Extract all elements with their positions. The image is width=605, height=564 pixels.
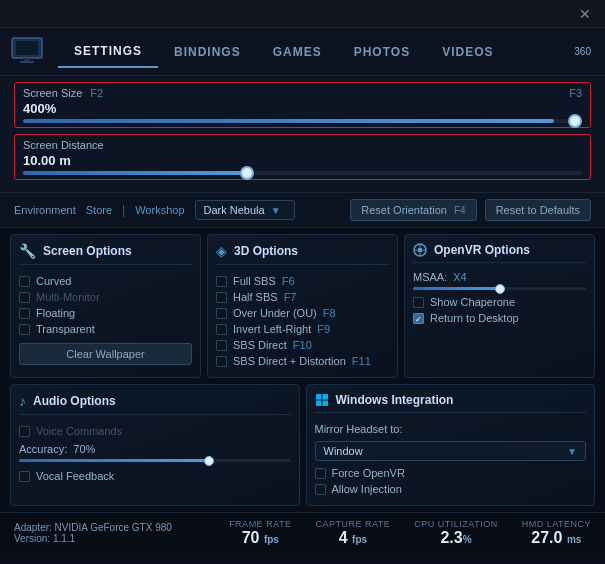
3d-options-title: 3D Options	[234, 244, 298, 258]
screen-options-header: 🔧 Screen Options	[19, 243, 192, 265]
accuracy-track-row[interactable]	[19, 459, 291, 462]
status-bar: Adapter: NVIDIA GeForce GTX 980 Version:…	[0, 512, 605, 552]
voice-commands-checkbox[interactable]	[19, 426, 30, 437]
sbs-direct-row: SBS Direct F10	[216, 337, 389, 353]
floating-checkbox[interactable]	[19, 308, 30, 319]
screen-options-panel: 🔧 Screen Options Curved Multi-Monitor Fl…	[10, 234, 201, 378]
reset-defaults-button[interactable]: Reset to Defaults	[485, 199, 591, 221]
close-button[interactable]: ✕	[573, 4, 597, 24]
allow-injection-checkbox[interactable]	[315, 484, 326, 495]
reset-defaults-label: Reset to Defaults	[496, 204, 580, 216]
accuracy-label: Accuracy:	[19, 443, 67, 455]
transparent-checkbox[interactable]	[19, 324, 30, 335]
multi-monitor-checkbox[interactable]	[19, 292, 30, 303]
sbs-direct-distortion-checkbox[interactable]	[216, 356, 227, 367]
hmd-latency-stat: HMD Latency 27.0 ms	[522, 519, 591, 547]
title-bar: ✕	[0, 0, 605, 28]
invert-lr-checkbox[interactable]	[216, 324, 227, 335]
tab-games[interactable]: GAMES	[257, 37, 338, 67]
env-label: Environment	[14, 204, 76, 216]
version-label: Version:	[14, 533, 50, 544]
sliders-section: Screen Size F2 F3 400% Screen Distance 1…	[0, 76, 605, 193]
screen-size-label: Screen Size	[23, 87, 82, 99]
over-under-row: Over Under (OU) F8	[216, 305, 389, 321]
screen-size-thumb[interactable]	[568, 114, 582, 128]
logo-360: 360	[574, 46, 591, 57]
capture-rate-label: Capture Rate	[315, 519, 390, 529]
screen-size-slider-group: Screen Size F2 F3 400%	[14, 82, 591, 128]
sbs-direct-distortion-hotkey: F11	[352, 355, 371, 367]
svg-rect-10	[316, 394, 322, 400]
frame-rate-stat: Frame Rate 70 fps	[229, 519, 291, 547]
curved-label: Curved	[36, 275, 71, 287]
mirror-headset-value: Window	[324, 445, 363, 457]
show-chaperone-checkbox[interactable]	[413, 297, 424, 308]
screen-options-title: Screen Options	[43, 244, 132, 258]
openvr-icon	[413, 243, 427, 257]
3d-options-panel: ◈ 3D Options Full SBS F6 Half SBS F7 Ove…	[207, 234, 398, 378]
status-stats: Frame Rate 70 fps Capture Rate 4 fps CPU…	[229, 519, 591, 547]
tab-settings[interactable]: SETTINGS	[58, 36, 158, 68]
invert-lr-row: Invert Left-Right F9	[216, 321, 389, 337]
hmd-label: HMD Latency	[522, 519, 591, 529]
3d-options-header: ◈ 3D Options	[216, 243, 389, 265]
env-actions: Reset Orientation F4 Reset to Defaults	[350, 199, 591, 221]
sbs-direct-distortion-row: SBS Direct + Distortion F11	[216, 353, 389, 369]
invert-lr-label: Invert Left-Right	[233, 323, 311, 335]
reset-orientation-button[interactable]: Reset Orientation F4	[350, 199, 476, 221]
svg-rect-13	[322, 401, 328, 407]
windows-icon	[315, 393, 329, 407]
adapter-label: Adapter:	[14, 522, 52, 533]
env-select[interactable]: Dark Nebula ▼	[195, 200, 295, 220]
panels-row-2: ♪ Audio Options Voice Commands Accuracy:…	[0, 384, 605, 512]
monitor-icon	[10, 36, 48, 68]
invert-lr-hotkey: F9	[317, 323, 330, 335]
floating-row: Floating	[19, 305, 192, 321]
version-info: Version: 1.1.1	[14, 533, 229, 544]
mirror-headset-select[interactable]: Window ▼	[315, 441, 587, 461]
tab-photos[interactable]: PHOTOS	[338, 37, 426, 67]
screen-distance-thumb[interactable]	[240, 166, 254, 180]
screen-size-track[interactable]	[23, 119, 582, 123]
cpu-value: 2.3%	[440, 529, 471, 547]
voice-commands-label: Voice Commands	[36, 425, 122, 437]
env-select-text: Dark Nebula	[204, 204, 265, 216]
half-sbs-checkbox[interactable]	[216, 292, 227, 303]
nav-bar: SETTINGS BINDINGS GAMES PHOTOS VIDEOS 36…	[0, 28, 605, 76]
msaa-row: MSAA: X4	[413, 271, 586, 283]
over-under-label: Over Under (OU)	[233, 307, 317, 319]
clear-wallpaper-button[interactable]: Clear Wallpaper	[19, 343, 192, 365]
over-under-checkbox[interactable]	[216, 308, 227, 319]
openvr-options-panel: OpenVR Options MSAA: X4 Show Chaperone R…	[404, 234, 595, 378]
force-openvr-row: Force OpenVR	[315, 465, 587, 481]
tab-bindings[interactable]: BINDINGS	[158, 37, 257, 67]
screen-distance-track[interactable]	[23, 171, 582, 175]
frame-rate-label: Frame Rate	[229, 519, 291, 529]
curved-checkbox[interactable]	[19, 276, 30, 287]
vocal-feedback-row: Vocal Feedback	[19, 468, 291, 484]
return-to-desktop-label: Return to Desktop	[430, 312, 519, 324]
full-sbs-row: Full SBS F6	[216, 273, 389, 289]
tab-videos[interactable]: VIDEOS	[426, 37, 509, 67]
screen-distance-fill	[23, 171, 247, 175]
status-left: Adapter: NVIDIA GeForce GTX 980 Version:…	[14, 522, 229, 544]
msaa-slider[interactable]	[413, 287, 586, 290]
accuracy-slider: Accuracy: 70%	[19, 443, 291, 455]
environment-bar: Environment Store | Workshop Dark Nebula…	[0, 193, 605, 228]
return-to-desktop-row: Return to Desktop	[413, 310, 586, 326]
sbs-direct-checkbox[interactable]	[216, 340, 227, 351]
screen-distance-label: Screen Distance	[23, 139, 104, 151]
sbs-direct-label: SBS Direct	[233, 339, 287, 351]
allow-injection-row: Allow Injection	[315, 481, 587, 497]
return-to-desktop-checkbox[interactable]	[413, 313, 424, 324]
reset-orientation-hotkey: F4	[454, 205, 466, 216]
vocal-feedback-checkbox[interactable]	[19, 471, 30, 482]
full-sbs-checkbox[interactable]	[216, 276, 227, 287]
workshop-link[interactable]: Workshop	[135, 204, 184, 216]
half-sbs-row: Half SBS F7	[216, 289, 389, 305]
frame-rate-value: 70 fps	[242, 529, 279, 547]
voice-commands-row: Voice Commands	[19, 423, 291, 439]
svg-rect-1	[16, 41, 38, 55]
force-openvr-checkbox[interactable]	[315, 468, 326, 479]
store-link[interactable]: Store	[86, 204, 112, 216]
